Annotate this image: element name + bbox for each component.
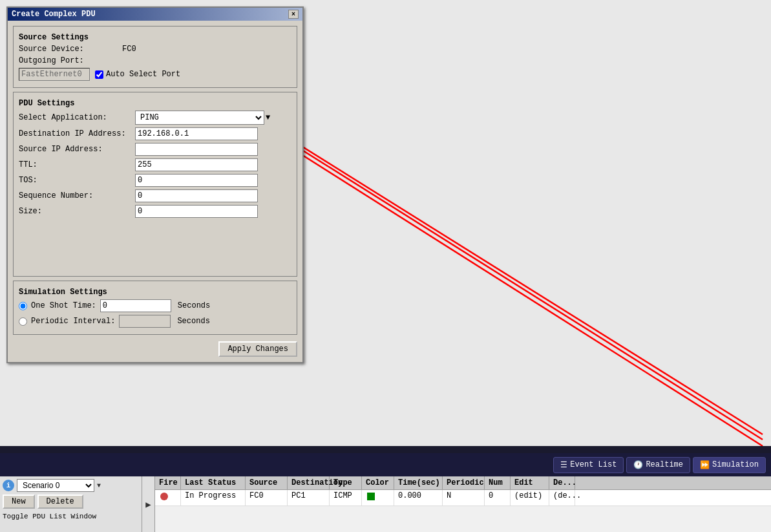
dialog-title: Create Complex PDU (12, 10, 96, 19)
simulation-label: Simulation (712, 460, 759, 469)
size-input[interactable] (135, 205, 258, 218)
header-edit: Edit (511, 476, 549, 489)
chevron-down-icon: ▼ (97, 482, 101, 489)
select-app-row: Select Application: PING HTTP DNS FTP TF… (19, 111, 291, 125)
source-ip-label: Source IP Address: (19, 145, 135, 154)
realtime-icon: 🕐 (633, 460, 643, 470)
row-type: ICMP (330, 490, 362, 505)
header-time: Time(sec) (394, 476, 443, 489)
expand-arrow[interactable]: ▶ (142, 476, 155, 532)
row-source: FC0 (246, 490, 288, 505)
table-header: Fire Last Status Source Destination Type… (155, 476, 771, 490)
source-device-row: Source Device: FC0 (19, 45, 291, 54)
tos-label: TOS: (19, 176, 135, 185)
simulation-icon: ⏩ (700, 460, 710, 470)
dialog-titlebar: Create Complex PDU × (8, 8, 302, 21)
source-ip-input[interactable] (135, 143, 258, 156)
bottom-toolbar: ☰ Event List 🕐 Realtime ⏩ Simulation i S… (0, 453, 771, 532)
scenario-select[interactable]: Scenario 0 (17, 479, 94, 492)
tos-input[interactable] (135, 174, 258, 187)
sim-settings-section: Simulation Settings One Shot Time: Secon… (13, 281, 297, 335)
pdu-table: Fire Last Status Source Destination Type… (155, 476, 771, 532)
row-color (362, 490, 394, 505)
outgoing-port-label: Outgoing Port: (19, 56, 122, 65)
outgoing-port-row: Auto Select Port (19, 68, 291, 81)
select-app-label: Select Application: (19, 113, 135, 122)
pdu-settings-label: PDU Settings (19, 99, 291, 108)
outgoing-port-input[interactable] (19, 68, 90, 81)
event-list-label: Event List (570, 460, 617, 469)
row-periodic: N (443, 490, 485, 505)
select-app-dropdown[interactable]: PING HTTP DNS FTP TFTP SMTP POP3 SNMP BG… (135, 111, 264, 125)
apply-changes-button[interactable]: Apply Changes (218, 341, 297, 357)
delete-button[interactable]: Delete (37, 495, 83, 509)
source-settings-label: Source Settings (19, 33, 291, 42)
one-shot-seconds: Seconds (178, 301, 210, 310)
empty-space (19, 220, 291, 272)
pdu-action-btns: New Delete (3, 495, 139, 509)
scenario-row: i Scenario 0 ▼ (3, 479, 139, 492)
header-periodic: Periodic (443, 476, 485, 489)
simulation-button[interactable]: ⏩ Simulation (693, 457, 766, 473)
one-shot-input[interactable] (100, 299, 171, 312)
one-shot-label: One Shot Time: (31, 301, 96, 310)
header-num: Num (485, 476, 511, 489)
pdu-left-panel: i Scenario 0 ▼ New Delete Toggle PDU Lis… (0, 476, 142, 532)
mode-bar: ☰ Event List 🕐 Realtime ⏩ Simulation (0, 453, 771, 476)
header-color: Color (362, 476, 394, 489)
create-complex-pdu-dialog: Create Complex PDU × Source Settings Sou… (6, 6, 304, 363)
close-button[interactable]: × (288, 10, 299, 19)
source-ip-row: Source IP Address: (19, 143, 291, 156)
interval-label: Interval: (74, 317, 116, 326)
realtime-button[interactable]: 🕐 Realtime (626, 457, 690, 473)
source-device-value: FC0 (122, 45, 136, 54)
dialog-body: Source Settings Source Device: FC0 Outgo… (8, 21, 302, 362)
dest-ip-input[interactable] (135, 127, 258, 140)
sim-settings-label: Simulation Settings (19, 288, 291, 297)
header-del: De... (549, 476, 575, 489)
tos-row: TOS: (19, 174, 291, 187)
info-icon: i (3, 480, 14, 491)
new-button[interactable]: New (3, 495, 35, 509)
auto-select-checkbox[interactable] (95, 70, 103, 79)
event-list-icon: ☰ (560, 460, 567, 470)
seq-num-label: Sequence Number: (19, 191, 135, 200)
ttl-label: TTL: (19, 160, 135, 169)
header-source: Source (246, 476, 288, 489)
header-dest: Destination (288, 476, 330, 489)
row-edit[interactable]: (edit) (511, 490, 549, 505)
periodic-input[interactable] (119, 315, 171, 328)
row-status: In Progress (181, 490, 246, 505)
header-type: Type (330, 476, 362, 489)
toggle-pdu-label[interactable]: Toggle PDU List Window (3, 513, 139, 520)
one-shot-radio[interactable] (19, 302, 27, 310)
fire-dot-icon (160, 493, 168, 500)
pdu-panel: i Scenario 0 ▼ New Delete Toggle PDU Lis… (0, 476, 771, 532)
periodic-label: Periodic (31, 317, 69, 326)
header-status: Last Status (181, 476, 246, 489)
row-destination: PC1 (288, 490, 330, 505)
apply-btn-row: Apply Changes (13, 339, 297, 357)
seq-num-row: Sequence Number: (19, 189, 291, 202)
periodic-radio[interactable] (19, 317, 27, 326)
color-dot-icon (367, 493, 375, 500)
row-del[interactable]: (de... (549, 490, 575, 505)
row-num: 0 (485, 490, 511, 505)
dest-ip-row: Destination IP Address: (19, 127, 291, 140)
size-label: Size: (19, 207, 135, 216)
row-fire (155, 490, 181, 505)
table-row[interactable]: In Progress FC0 PC1 ICMP 0.000 N 0 (edit… (155, 490, 771, 506)
header-fire: Fire (155, 476, 181, 489)
event-list-button[interactable]: ☰ Event List (553, 457, 624, 473)
periodic-seconds: Seconds (177, 317, 209, 326)
ttl-row: TTL: (19, 158, 291, 171)
seq-num-input[interactable] (135, 189, 258, 202)
pdu-settings-section: PDU Settings Select Application: PING HT… (13, 92, 297, 277)
ttl-input[interactable] (135, 158, 258, 171)
size-row: Size: (19, 205, 291, 218)
realtime-label: Realtime (646, 460, 683, 469)
source-device-label: Source Device: (19, 45, 122, 54)
row-time: 0.000 (394, 490, 443, 505)
dest-ip-label: Destination IP Address: (19, 129, 135, 138)
auto-select-label: Auto Select Port (95, 70, 180, 79)
